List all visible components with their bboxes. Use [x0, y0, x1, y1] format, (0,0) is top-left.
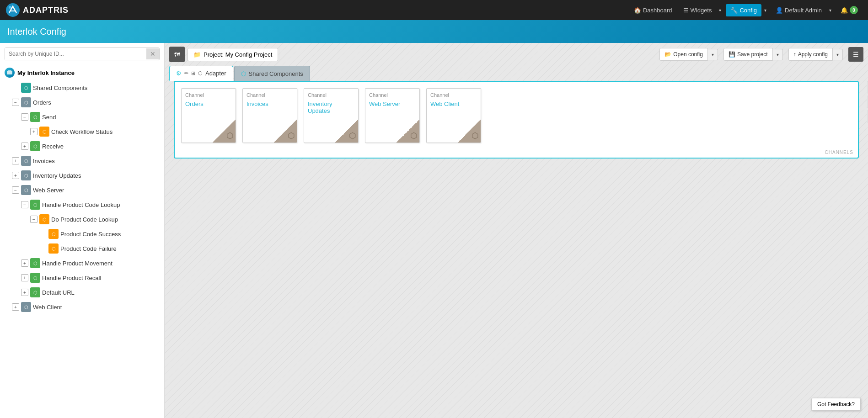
channel-orders-corner-icon: ⬡ [226, 131, 234, 141]
tab-adapter[interactable]: ⚙ ✏ ⊞ ⬡ Adapter [169, 66, 233, 81]
default-url-expand[interactable]: + [21, 289, 28, 296]
channel-card-web-client[interactable]: Channel Web Client ⬡ [426, 88, 481, 143]
sidebar-item-inventory-updates[interactable]: + ⬡ Inventory Updates [0, 168, 164, 183]
page-header: Interlok Config [0, 20, 868, 43]
tree-root-item[interactable]: My Interlok Instance [0, 65, 164, 80]
channel-invoices-corner: ⬡ [274, 120, 297, 143]
open-config-caret[interactable]: ▾ [708, 49, 718, 60]
tab-bar: ⚙ ✏ ⊞ ⬡ Adapter ⬡ Shared Components [165, 66, 868, 81]
search-bar[interactable]: ✕ [5, 48, 160, 60]
notifications[interactable]: 🔔 0 [836, 3, 863, 17]
sidebar-item-send[interactable]: − ⬡ Send [0, 110, 164, 124]
channel-invoices-name: Invoices [243, 100, 297, 108]
channel-inventory-corner: ⬡ [335, 120, 358, 143]
search-input[interactable] [5, 48, 146, 60]
sidebar-item-product-code-success[interactable]: ⬡ Product Code Success [0, 227, 164, 241]
main-layout: ✕ My Interlok Instance ⬡ Shared Componen… [0, 43, 868, 418]
apply-config-caret[interactable]: ▾ [833, 49, 843, 60]
channel-card-inventory-updates[interactable]: Channel Inventory Updates ⬡ [304, 88, 359, 143]
channel-web-client-header: Channel [427, 89, 481, 100]
sidebar: ✕ My Interlok Instance ⬡ Shared Componen… [0, 43, 165, 418]
receive-label: Receive [42, 143, 64, 150]
open-config-button[interactable]: 📂 Open config [659, 48, 708, 61]
map-button[interactable]: 🗺 [169, 47, 185, 62]
sidebar-item-shared-components[interactable]: ⬡ Shared Components [0, 80, 164, 95]
do-product-code-expand[interactable]: − [30, 216, 38, 223]
product-code-success-icon: ⬡ [48, 229, 59, 239]
check-workflow-label: Check Workflow Status [51, 128, 113, 135]
inventory-label: Inventory Updates [33, 172, 81, 179]
channel-card-orders[interactable]: Channel Orders ⬡ [181, 88, 236, 143]
project-button[interactable]: 📁 Project: My Config Project [188, 48, 278, 61]
admin-link[interactable]: 👤 Default Admin [771, 4, 826, 16]
sidebar-item-receive[interactable]: + ⬡ Receive [0, 139, 164, 153]
channel-web-server-header: Channel [365, 89, 419, 100]
inventory-expand[interactable]: + [12, 172, 19, 179]
channel-inventory-name: Inventory Updates [304, 100, 358, 115]
widgets-link[interactable]: ☰ Widgets [679, 4, 717, 16]
channels-row: Channel Orders ⬡ Channel Invoices ⬡ [181, 88, 852, 143]
tab-shared-components[interactable]: ⬡ Shared Components [234, 66, 310, 81]
channel-inventory-corner-icon: ⬡ [349, 131, 356, 141]
default-url-icon: ⬡ [30, 287, 40, 297]
instance-icon [6, 69, 13, 76]
sidebar-item-product-code-failure[interactable]: ⬡ Product Code Failure [0, 241, 164, 256]
receive-expand[interactable]: + [21, 143, 28, 150]
orders-expand[interactable]: − [12, 99, 19, 106]
handle-product-code-expand[interactable]: − [21, 201, 28, 208]
content-toolbar: 🗺 📁 Project: My Config Project 📂 Open co… [165, 43, 868, 66]
widgets-label: Widgets [691, 7, 712, 14]
save-project-button[interactable]: 💾 Save project [723, 48, 773, 61]
handle-product-recall-expand[interactable]: + [21, 274, 28, 281]
dashboard-label: Dashboard [643, 7, 672, 14]
search-clear-button[interactable]: ✕ [146, 48, 159, 59]
channel-card-web-server[interactable]: Channel Web Server ⬡ [365, 88, 420, 143]
invoices-label: Invoices [33, 158, 55, 164]
channels-container: Channel Orders ⬡ Channel Invoices ⬡ [174, 81, 859, 159]
channel-card-invoices[interactable]: Channel Invoices ⬡ [242, 88, 297, 143]
receive-icon: ⬡ [30, 141, 40, 151]
toolbar-menu-button[interactable]: ☰ [848, 47, 863, 62]
web-server-expand[interactable]: − [12, 186, 19, 194]
config-caret[interactable]: ▾ [761, 5, 769, 16]
feedback-button[interactable]: Got Feedback? [811, 398, 861, 411]
sidebar-item-orders[interactable]: − ⬡ Orders [0, 95, 164, 110]
sidebar-item-do-product-code-lookup[interactable]: − ⬡ Do Product Code Lookup [0, 212, 164, 227]
shared-components-icon: ⬡ [21, 83, 31, 93]
folder-icon: 📁 [193, 51, 201, 58]
sidebar-item-handle-product-recall[interactable]: + ⬡ Handle Product Recall [0, 270, 164, 285]
send-expand[interactable]: − [21, 113, 28, 121]
widgets-nav[interactable]: ☰ Widgets ▾ [679, 4, 724, 16]
save-project-caret[interactable]: ▾ [773, 49, 783, 60]
handle-product-movement-expand[interactable]: + [21, 259, 28, 267]
sidebar-item-invoices[interactable]: + ⬡ Invoices [0, 153, 164, 168]
open-config-group: 📂 Open config ▾ [659, 48, 718, 61]
notification-badge: 0 [850, 6, 858, 14]
sidebar-item-handle-product-code-lookup[interactable]: − ⬡ Handle Product Code Lookup [0, 197, 164, 212]
check-workflow-expand[interactable]: + [30, 128, 38, 135]
apply-config-button[interactable]: ↑ Apply config [788, 48, 833, 61]
sidebar-item-web-server[interactable]: − ⬡ Web Server [0, 183, 164, 197]
web-client-expand[interactable]: + [12, 303, 19, 311]
sidebar-item-web-client[interactable]: + ⬡ Web Client [0, 300, 164, 314]
sidebar-item-check-workflow[interactable]: + ⬡ Check Workflow Status [0, 124, 164, 139]
admin-caret[interactable]: ▾ [826, 5, 834, 16]
dashboard-link[interactable]: 🏠 Dashboard [629, 4, 677, 16]
config-link[interactable]: 🔧 Config [726, 4, 761, 16]
logo-text: ADAPTRIS [23, 5, 69, 15]
logo-icon [5, 3, 20, 17]
dashboard-nav[interactable]: 🏠 Dashboard [629, 4, 677, 16]
tab-adapter-share-icon: ⬡ [198, 70, 203, 76]
handle-product-code-label: Handle Product Code Lookup [42, 201, 120, 208]
invoices-expand[interactable]: + [12, 157, 19, 164]
config-nav[interactable]: 🔧 Config ▾ [726, 4, 769, 16]
sidebar-item-default-url[interactable]: + ⬡ Default URL [0, 285, 164, 300]
sidebar-item-handle-product-movement[interactable]: + ⬡ Handle Product Movement [0, 256, 164, 270]
web-client-icon: ⬡ [21, 302, 31, 312]
channel-web-client-name: Web Client [427, 100, 481, 108]
admin-nav[interactable]: 👤 Default Admin ▾ [771, 4, 834, 16]
widgets-caret[interactable]: ▾ [716, 5, 724, 16]
channel-orders-name: Orders [182, 100, 236, 108]
page-title: Interlok Config [7, 26, 66, 37]
config-label: Config [739, 7, 757, 14]
